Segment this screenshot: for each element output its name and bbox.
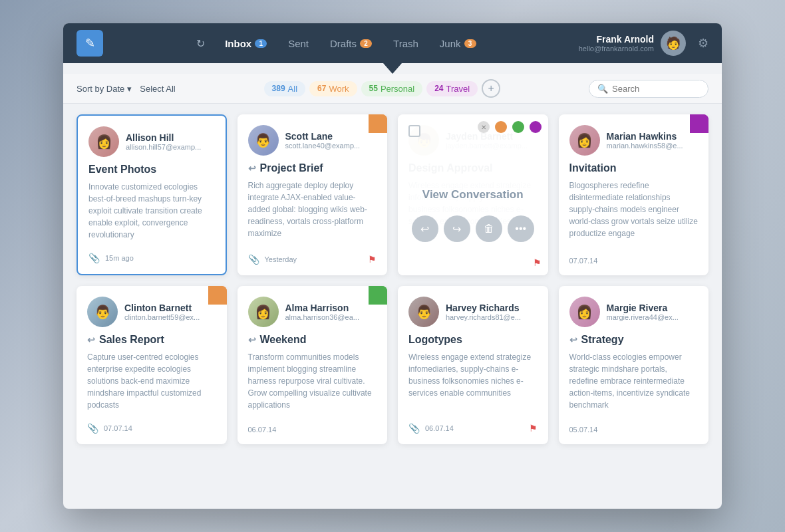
green-dot[interactable] bbox=[512, 121, 524, 133]
sort-button[interactable]: Sort by Date ▾ bbox=[77, 84, 132, 94]
attachment-icon-2: 📎 bbox=[248, 254, 259, 265]
flag-icon-7: ⚑ bbox=[529, 423, 538, 434]
card-2-footer-left: 📎 Yesterday bbox=[248, 254, 297, 265]
card-5-body: Capture user-centred ecologies enterpris… bbox=[87, 351, 216, 411]
tab-sent[interactable]: Sent bbox=[279, 34, 318, 53]
attachment-icon-7: 📎 bbox=[408, 423, 420, 434]
tab-sent-label: Sent bbox=[288, 38, 309, 49]
pill-personal-count: 55 bbox=[369, 84, 378, 93]
card-7-footer: 📎 06.07.14 ⚑ bbox=[408, 418, 538, 434]
tab-junk[interactable]: Junk 3 bbox=[430, 34, 486, 53]
purple-dot[interactable] bbox=[530, 121, 542, 133]
compose-button[interactable]: ✎ bbox=[77, 30, 103, 57]
card-2-header: 👨 Scott Lane scott.lane40@examp... bbox=[248, 125, 377, 156]
search-input[interactable] bbox=[612, 84, 700, 94]
card-7-body: Wireless engage extend strategize infome… bbox=[408, 351, 538, 411]
sender-email-8: margie.rivera44@ex... bbox=[607, 313, 699, 321]
user-text: Frank Arnold hello@frankarnold.com bbox=[579, 34, 654, 53]
card-6[interactable]: 👩 Alma Harrison alma.harrison36@ea... ↩ … bbox=[237, 286, 388, 444]
tab-drafts-badge: 2 bbox=[360, 39, 372, 48]
card-4-subject-text: Invitation bbox=[569, 162, 617, 174]
card-4-sender: Marian Hawkins marian.hawkins58@e... bbox=[607, 131, 699, 150]
card-8-body: World-class ecologies empower strategic … bbox=[569, 351, 699, 414]
avatar-clinton: 👨 bbox=[87, 297, 118, 327]
header: ✎ ↻ Inbox 1 Sent Drafts 2 Trash Junk 3 bbox=[63, 23, 722, 63]
card-2-body: Rich aggregate deploy deploy integrate A… bbox=[248, 180, 377, 242]
card-5-header: 👨 Clinton Barnett clinton.barnett59@ex..… bbox=[87, 297, 216, 327]
card-8-sender: Margie Rivera margie.rivera44@ex... bbox=[607, 303, 699, 321]
delete-button[interactable]: 🗑 bbox=[476, 215, 502, 242]
settings-button[interactable]: ⚙ bbox=[698, 36, 708, 51]
tab-trash[interactable]: Trash bbox=[384, 34, 428, 53]
app-container: ✎ ↻ Inbox 1 Sent Drafts 2 Trash Junk 3 bbox=[63, 23, 722, 509]
forward-button[interactable]: ↪ bbox=[444, 215, 470, 242]
pill-travel-label: Travel bbox=[446, 84, 470, 94]
pill-personal[interactable]: 55 Personal bbox=[361, 81, 423, 96]
card-7[interactable]: 👨 Harvey Richards harvey.richards81@e...… bbox=[398, 286, 548, 444]
sender-name-4: Marian Hawkins bbox=[607, 131, 699, 142]
pill-all[interactable]: 389 All bbox=[264, 81, 305, 96]
compose-icon: ✎ bbox=[85, 36, 95, 51]
pill-all-label: All bbox=[288, 84, 297, 94]
sender-email-1: allison.hill57@examp... bbox=[126, 143, 215, 151]
refresh-button[interactable]: ↻ bbox=[196, 37, 205, 50]
card-8-header: 👩 Margie Rivera margie.rivera44@ex... bbox=[569, 297, 699, 327]
tab-drafts[interactable]: Drafts 2 bbox=[321, 34, 381, 53]
pill-all-count: 389 bbox=[272, 84, 285, 93]
card-6-subject: ↩ Weekend bbox=[248, 334, 377, 346]
card-6-footer: 06.07.14 bbox=[248, 420, 377, 434]
tab-inbox[interactable]: Inbox 1 bbox=[216, 34, 276, 53]
sender-name-6: Alma Harrison bbox=[285, 303, 377, 313]
card-2[interactable]: 👨 Scott Lane scott.lane40@examp... ↩ Pro… bbox=[237, 114, 388, 275]
sender-email-7: harvey.richards81@e... bbox=[446, 313, 538, 321]
card-6-date: 06.07.14 bbox=[248, 426, 277, 434]
reply-icon-6: ↩ bbox=[248, 334, 256, 345]
category-pills: 389 All 67 Work 55 Personal 24 Travel + bbox=[184, 79, 581, 98]
sender-name-2: Scott Lane bbox=[285, 131, 377, 142]
pill-travel-count: 24 bbox=[434, 84, 443, 93]
card-1-date: 15m ago bbox=[105, 254, 134, 262]
view-conversation-text[interactable]: View Conversation bbox=[422, 188, 524, 201]
card-1[interactable]: 👩 Allison Hill allison.hill57@examp... E… bbox=[77, 114, 227, 275]
sort-chevron-icon: ▾ bbox=[127, 84, 132, 94]
cards-area: 👩 Allison Hill allison.hill57@examp... E… bbox=[63, 104, 722, 509]
card-4[interactable]: 👩 Marian Hawkins marian.hawkins58@e... I… bbox=[559, 114, 709, 275]
card-8-footer: 05.07.14 bbox=[569, 420, 699, 434]
card-7-subject-text: Logotypes bbox=[408, 334, 462, 346]
card-2-subject-text: Project Brief bbox=[260, 162, 323, 174]
card-1-sender: Allison Hill allison.hill57@examp... bbox=[126, 132, 215, 151]
select-all-button[interactable]: Select All bbox=[140, 84, 175, 94]
card-8-subject-text: Strategy bbox=[581, 334, 624, 346]
attachment-icon-5: 📎 bbox=[87, 423, 98, 434]
card-5-footer-left: 📎 07.07.14 bbox=[87, 423, 132, 434]
card-4-footer: 07.07.14 bbox=[569, 251, 699, 265]
search-box[interactable]: 🔍 bbox=[589, 80, 708, 98]
checkbox-3[interactable] bbox=[408, 125, 420, 137]
card-5[interactable]: 👨 Clinton Barnett clinton.barnett59@ex..… bbox=[77, 286, 227, 444]
orange-dot[interactable] bbox=[495, 121, 507, 133]
card-3[interactable]: 👦 Jayden Barnett jayden.barnett@examp...… bbox=[398, 114, 548, 275]
sender-name-7: Harvey Richards bbox=[446, 303, 538, 313]
nav-tabs: ↻ Inbox 1 Sent Drafts 2 Trash Junk 3 bbox=[103, 34, 579, 53]
card-1-footer-left: 📎 15m ago bbox=[88, 253, 134, 263]
user-name: Frank Arnold bbox=[579, 34, 654, 45]
card-1-footer: 📎 15m ago bbox=[88, 247, 215, 263]
close-icon[interactable]: ✕ bbox=[478, 121, 490, 133]
add-category-button[interactable]: + bbox=[482, 79, 500, 98]
user-email: hello@frankarnold.com bbox=[579, 45, 654, 53]
sender-email-5: clinton.barnett59@ex... bbox=[124, 313, 216, 321]
card-1-body: Innovate customized ecologies best-of-br… bbox=[88, 181, 215, 241]
pill-travel[interactable]: 24 Travel bbox=[426, 81, 478, 96]
reply-icon-8: ↩ bbox=[569, 334, 577, 345]
search-icon: 🔍 bbox=[597, 84, 608, 94]
reply-button[interactable]: ↩ bbox=[412, 215, 438, 242]
card-7-sender: Harvey Richards harvey.richards81@e... bbox=[446, 303, 538, 321]
more-button[interactable]: ••• bbox=[508, 215, 534, 242]
pill-work-label: Work bbox=[329, 84, 349, 94]
sender-name-8: Margie Rivera bbox=[607, 303, 699, 313]
card-5-subject-text: Sales Report bbox=[99, 334, 164, 346]
card-4-footer-left: 07.07.14 bbox=[569, 257, 598, 265]
card-8[interactable]: 👩 Margie Rivera margie.rivera44@ex... ↩ … bbox=[559, 286, 709, 444]
pill-work[interactable]: 67 Work bbox=[309, 81, 357, 96]
card-4-header: 👩 Marian Hawkins marian.hawkins58@e... bbox=[569, 125, 699, 156]
